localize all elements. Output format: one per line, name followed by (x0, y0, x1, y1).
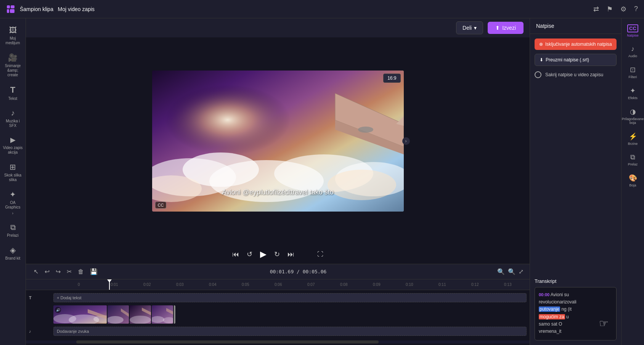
sidebar-item-brand-kit[interactable]: ◈ Brand kit (2, 242, 24, 264)
aspect-ratio-button[interactable]: 16:9 (383, 74, 400, 83)
transcript-section: Transkript 00:00 Avioni su revolucionari… (530, 278, 621, 345)
svg-rect-2 (7, 9, 9, 13)
far-right-natpise[interactable]: CC Natpise (623, 21, 643, 40)
media-icon: 🖼 (9, 26, 17, 35)
clip-thumbnail-3 (130, 305, 151, 324)
play-button[interactable]: ▶ (260, 249, 267, 259)
disable-captions-button[interactable]: ⊗ Isključivanje automatskih natpisa (535, 39, 617, 50)
sidebar-item-graphics[interactable]: ✦ OA Graphics › (2, 187, 24, 218)
cc-button[interactable]: CC (155, 202, 167, 209)
forward-button[interactable]: ↻ (274, 250, 280, 258)
sidebar-item-prelazi[interactable]: ⧉ Prelazi (2, 220, 24, 241)
far-right-brzine[interactable]: ⚡ Brzine (623, 129, 643, 149)
far-right-audio[interactable]: ♪ Audio (623, 42, 643, 61)
topbar: Šampion klipa Moj video zapis ⇄ ⚑ ⚙ ? (0, 0, 644, 18)
chevron-right-icon: › (405, 138, 407, 144)
timeline-toolbar: ↖ ↩ ↪ ✂ 🗑 💾 00:01.69 / 00:05.06 🔍 🔍 ⤢ (26, 264, 530, 279)
scrollbar-thumb[interactable] (76, 340, 379, 343)
transition-icon: ⧉ (630, 153, 635, 161)
content-area: Deli ▾ ⬆ Izvezi (26, 18, 530, 345)
timeline-scrollbar[interactable] (26, 340, 530, 343)
fit-zoom-button[interactable]: ⤢ (519, 268, 524, 275)
sidebar-label-snimanje: Snimanje &amp; create (3, 64, 23, 77)
upload-icon: ⬆ (495, 25, 500, 31)
sidebar-item-moj-medijum[interactable]: 🖼 Moj medijum (2, 23, 24, 48)
far-right-boja[interactable]: 🎨 Boja (623, 171, 643, 190)
collapse-panel-button[interactable]: › (402, 137, 410, 145)
transcript-line-sat: samo sat O (539, 321, 562, 327)
far-right-brzine-label: Brzine (628, 142, 638, 146)
video-clip-4[interactable] (152, 305, 173, 324)
hide-captions-toggle[interactable] (535, 71, 541, 78)
redo-button[interactable]: ↪ (54, 266, 62, 277)
ruler-mark-12: 0:12 (471, 282, 504, 287)
playhead[interactable] (109, 279, 110, 290)
panel-title: Natpise (536, 23, 554, 29)
topbar-right: ⇄ ⚑ ⚙ ? (593, 5, 638, 13)
timeline-section: 0 0:01 0:02 0:03 0:04 0:05 0:06 0:07 0:0… (26, 279, 530, 345)
sidebar-label-graphics: OA Graphics (3, 201, 23, 210)
cut-tool[interactable]: ✂ (65, 266, 73, 277)
video-clip-2[interactable] (108, 305, 129, 324)
delete-tool[interactable]: 🗑 (76, 267, 85, 277)
timeline-tracks: T + Dodaj tekst 🔊 (26, 290, 530, 339)
captions-off-icon: ⊗ (539, 42, 543, 47)
svg-rect-3 (10, 9, 14, 13)
zoom-out-button[interactable]: 🔍 (497, 268, 505, 275)
save-tool[interactable]: 💾 (88, 266, 99, 277)
far-right-filteri[interactable]: ⊡ Filteri (623, 63, 643, 82)
filter-icon: ⊡ (630, 66, 636, 74)
pointer-tool[interactable]: ↖ (32, 266, 40, 277)
far-right-filteri-label: Filteri (629, 75, 637, 79)
far-right-prelaz-label: Prelaz (628, 162, 638, 166)
far-right-prilagodavane[interactable]: ◑ Prilagođavane boja (623, 104, 643, 128)
transcript-word-putovanje[interactable]: putovanje (539, 306, 560, 312)
share-button[interactable]: Deli ▾ (456, 21, 483, 34)
transcript-word-mogucim[interactable]: mogućim za (539, 314, 565, 319)
far-right-prelaz[interactable]: ⧉ Prelaz (623, 150, 643, 169)
sidebar-label-tekst: Tekst (8, 96, 17, 101)
download-srt-button[interactable]: ⬇ Preuzmi natpise (.srt) (535, 54, 617, 66)
settings-icon[interactable]: ⚙ (620, 5, 626, 13)
playback-section: ⏮ ↺ ▶ ↻ ⏭ ⛶ (26, 245, 530, 264)
flag-icon[interactable]: ⚑ (607, 5, 613, 13)
far-right-audio-label: Audio (628, 54, 637, 58)
zoom-in-button[interactable]: 🔍 (508, 268, 516, 275)
svg-rect-0 (7, 5, 10, 8)
video-container: Avioni @eyplutiofiizédttravel tako što C… (152, 71, 404, 212)
clip-thumbnail-4 (152, 305, 173, 324)
skip-back-button[interactable]: ⏮ (232, 250, 239, 258)
far-right-efekts-label: Efekts (628, 96, 638, 100)
transcript-timestamp: 00:00 (539, 292, 549, 297)
text-track-label: T (29, 295, 52, 300)
fullscreen-button[interactable]: ⛶ (317, 251, 323, 258)
add-audio-track[interactable]: Dodavanje zvuka (53, 327, 527, 336)
timeline-time: 00:01.69 / 00:05.06 (270, 269, 327, 274)
chevron-down-icon: ▾ (474, 25, 477, 31)
video-clip-3[interactable] (130, 305, 151, 324)
share-icon[interactable]: ⇄ (593, 5, 599, 13)
add-text-track[interactable]: + Dodaj tekst (53, 293, 527, 302)
sidebar-item-skok-slika[interactable]: ⊞ Skok slika slika (2, 159, 24, 185)
export-button[interactable]: ⬆ Izvezi (488, 22, 524, 34)
sidebar-item-snimanje[interactable]: 🎥 Snimanje &amp; create (2, 50, 24, 80)
skip-forward-button[interactable]: ⏭ (287, 250, 294, 258)
undo-button[interactable]: ↩ (43, 266, 51, 277)
sidebar-item-muzika[interactable]: ♪ Muzika i SFX (2, 106, 24, 131)
rewind-button[interactable]: ↺ (247, 250, 252, 258)
far-right-efekts[interactable]: ✦ Efekts (623, 83, 643, 103)
hide-captions-label: Sakrij natpise u video zapisu (545, 72, 603, 77)
ruler-mark-5: 0:05 (242, 282, 275, 287)
ruler-marks: 0 0:01 0:02 0:03 0:04 0:05 0:06 0:07 0:0… (78, 282, 530, 287)
clip-thumbnail-2 (108, 305, 129, 324)
transcript-title: Transkript (535, 278, 617, 284)
ruler-mark-3: 0:03 (176, 282, 209, 287)
video-track-row: 🔊 (26, 304, 530, 325)
audio-track-row: ♪ Dodavanje zvuka (26, 325, 530, 337)
video-clip-1[interactable]: 🔊 (53, 305, 107, 324)
sidebar-item-tekst[interactable]: T Tekst (2, 82, 24, 104)
add-audio-label: Dodavanje zvuka (57, 329, 89, 334)
transcript-box[interactable]: 00:00 Avioni su revolucionarizovali puto… (535, 287, 617, 340)
sidebar-item-video-akcija[interactable]: ▶ Video zapis akcija (2, 133, 24, 158)
help-icon[interactable]: ? (634, 5, 638, 13)
